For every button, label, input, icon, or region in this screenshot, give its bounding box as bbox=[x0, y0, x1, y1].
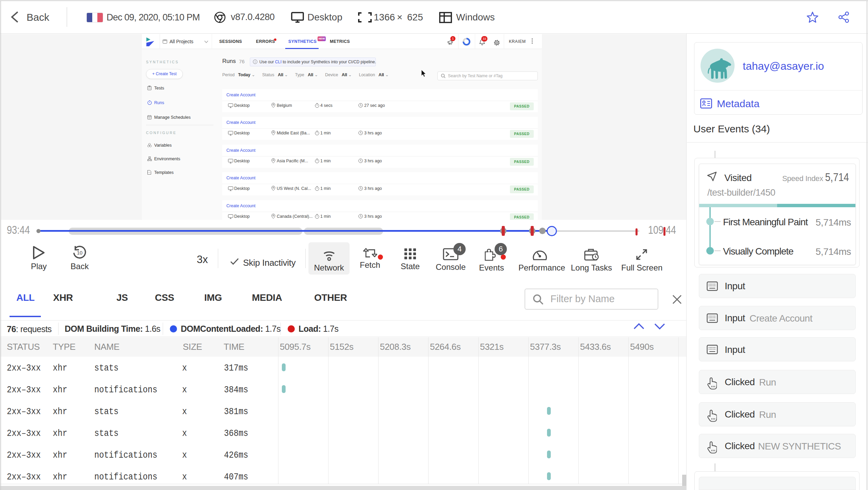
svg-text:10: 10 bbox=[77, 250, 83, 256]
